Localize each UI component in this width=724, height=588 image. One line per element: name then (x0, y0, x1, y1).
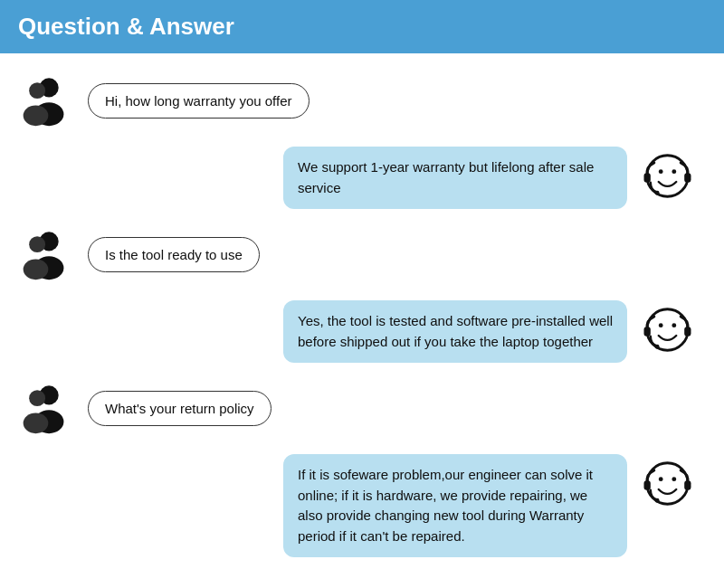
agent-icon-3 (638, 454, 697, 513)
page-header: Question & Answer (0, 0, 724, 53)
question-3-bubble: What's your return policy (88, 391, 272, 426)
svg-point-29 (655, 498, 660, 503)
svg-rect-17 (644, 327, 651, 337)
question-2-text: Is the tool ready to use (105, 247, 243, 262)
agent-icon-2 (638, 300, 697, 359)
page-title: Question & Answer (18, 13, 706, 41)
question-3-text: What's your return policy (105, 401, 254, 416)
answer-3-bubble: If it is sofeware problem,our engineer c… (283, 454, 627, 557)
chat-container: Hi, how long warranty you offer We suppo… (0, 62, 724, 583)
svg-point-15 (659, 323, 663, 327)
chat-row-q3-user: What's your return policy (18, 379, 706, 438)
chat-row-q3-agent: If it is sofeware problem,our engineer c… (18, 454, 706, 557)
question-2-bubble: Is the tool ready to use (88, 237, 260, 272)
svg-rect-28 (684, 480, 691, 490)
svg-rect-7 (644, 173, 651, 183)
svg-rect-8 (684, 173, 691, 183)
chat-row-q1-agent: We support 1-year warranty but lifelong … (18, 147, 706, 209)
user-icon-1 (18, 71, 77, 130)
question-1-text: Hi, how long warranty you offer (105, 93, 292, 109)
answer-2-text: Yes, the tool is tested and software pre… (298, 313, 613, 349)
chat-row-q2-user: Is the tool ready to use (18, 225, 706, 284)
chat-row-q1-user: Hi, how long warranty you offer (18, 71, 706, 130)
svg-rect-18 (684, 327, 691, 337)
answer-2-bubble: Yes, the tool is tested and software pre… (283, 300, 627, 363)
svg-point-9 (655, 191, 660, 195)
answer-3-text: If it is sofeware problem,our engineer c… (298, 467, 593, 544)
svg-point-6 (672, 169, 676, 174)
svg-rect-27 (644, 480, 651, 490)
answer-1-text: We support 1-year warranty but lifelong … (298, 159, 594, 195)
svg-point-16 (672, 323, 676, 327)
question-1-bubble: Hi, how long warranty you offer (88, 83, 310, 119)
agent-icon-1 (638, 147, 697, 205)
svg-point-23 (24, 413, 49, 433)
user-icon-2 (18, 225, 77, 284)
user-icon-3 (18, 379, 77, 438)
svg-point-13 (24, 259, 49, 280)
svg-point-3 (24, 105, 49, 126)
svg-point-12 (29, 236, 45, 252)
answer-1-bubble: We support 1-year warranty but lifelong … (283, 147, 627, 209)
svg-point-19 (655, 345, 660, 349)
svg-point-22 (29, 390, 45, 406)
svg-point-2 (29, 82, 45, 99)
svg-point-5 (659, 169, 663, 174)
svg-point-25 (659, 477, 663, 481)
svg-point-26 (672, 477, 676, 481)
chat-row-q2-agent: Yes, the tool is tested and software pre… (18, 300, 706, 363)
